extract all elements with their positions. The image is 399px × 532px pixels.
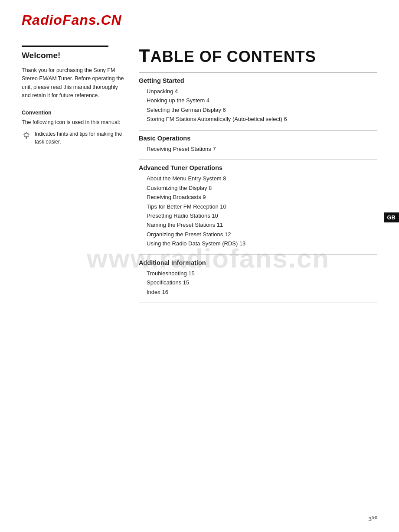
toc-item: About the Menu Entry System 8: [147, 174, 377, 183]
toc-section-title-getting-started: Getting Started: [139, 77, 377, 84]
toc-item: Customizing the Display 8: [147, 183, 377, 193]
svg-line-8: [28, 137, 28, 137]
toc-title-first-letter: T: [139, 46, 150, 66]
toc-item: Presetting Radio Stations 10: [147, 211, 377, 220]
page-number: 3GB: [368, 515, 377, 522]
gb-badge: GB: [384, 212, 399, 222]
toc-item: Receiving Preset Stations 7: [147, 144, 377, 153]
toc-item: Receiving Broadcasts 9: [147, 193, 377, 202]
toc-item: Storing FM Stations Automatically (Auto-…: [147, 114, 377, 124]
lightbulb-icon: [22, 131, 31, 140]
toc-section-advanced-tuner: Advanced Tuner Operations About the Menu…: [139, 164, 377, 248]
toc-item: Using the Radio Data System (RDS) 13: [147, 239, 377, 248]
page-number-value: 3: [368, 516, 372, 522]
tip-icon: [22, 131, 31, 142]
brand-logo: RadioFans.CN: [22, 12, 377, 28]
tip-row: Indicates hints and tips for making the …: [22, 131, 126, 146]
toc-section-basic-operations: Basic Operations Receiving Preset Statio…: [139, 135, 377, 153]
toc-item: Unpacking 4: [147, 87, 377, 96]
toc-title-rest: ABLE OF CONTENTS: [150, 48, 316, 65]
toc-item: Organizing the Preset Stations 12: [147, 230, 377, 239]
toc-item: Tips for Better FM Reception 10: [147, 202, 377, 211]
right-column: TABLE OF CONTENTS Getting Started Unpack…: [139, 46, 377, 307]
toc-section-getting-started: Getting Started Unpacking 4 Hooking up t…: [139, 77, 377, 124]
welcome-title: Welcome!: [22, 51, 126, 60]
toc-items-additional-info: Troubleshooting 15 Specifications 15 Ind…: [139, 269, 377, 297]
toc-divider-2: [139, 130, 377, 131]
svg-point-0: [25, 133, 28, 137]
toc-item: Selecting the German Display 6: [147, 105, 377, 114]
toc-item: Troubleshooting 15: [147, 269, 377, 278]
convention-text: The following icon is used in this manua…: [22, 118, 126, 127]
svg-line-7: [24, 137, 25, 137]
toc-divider-5: [139, 303, 377, 303]
toc-divider-1: [139, 72, 377, 73]
page-header: RadioFans.CN: [0, 0, 399, 33]
svg-line-6: [28, 133, 28, 133]
left-column: Welcome! Thank you for purchasing the So…: [22, 46, 126, 307]
toc-title: TABLE OF CONTENTS: [139, 46, 377, 66]
toc-section-title-additional-info: Additional Information: [139, 259, 377, 266]
tip-text: Indicates hints and tips for making the …: [35, 131, 126, 146]
toc-items-getting-started: Unpacking 4 Hooking up the System 4 Sele…: [139, 87, 377, 124]
toc-item: Index 16: [147, 287, 377, 297]
toc-item: Naming the Preset Stations 11: [147, 220, 377, 229]
main-content: Welcome! Thank you for purchasing the So…: [0, 33, 399, 307]
toc-items-basic-operations: Receiving Preset Stations 7: [139, 144, 377, 153]
toc-section-additional-info: Additional Information Troubleshooting 1…: [139, 259, 377, 297]
welcome-bar-decoration: [22, 46, 108, 47]
toc-divider-4: [139, 255, 377, 255]
convention-title: Convention: [22, 110, 126, 116]
toc-item: Specifications 15: [147, 278, 377, 287]
toc-section-title-basic-operations: Basic Operations: [139, 135, 377, 142]
svg-line-5: [24, 133, 25, 133]
welcome-text: Thank you for purchasing the Sony FM Ste…: [22, 66, 126, 100]
toc-items-advanced-tuner: About the Menu Entry System 8 Customizin…: [139, 174, 377, 248]
toc-item: Hooking up the System 4: [147, 96, 377, 105]
toc-section-title-advanced-tuner: Advanced Tuner Operations: [139, 164, 377, 171]
toc-divider-3: [139, 160, 377, 160]
page-number-sup: GB: [372, 515, 377, 519]
